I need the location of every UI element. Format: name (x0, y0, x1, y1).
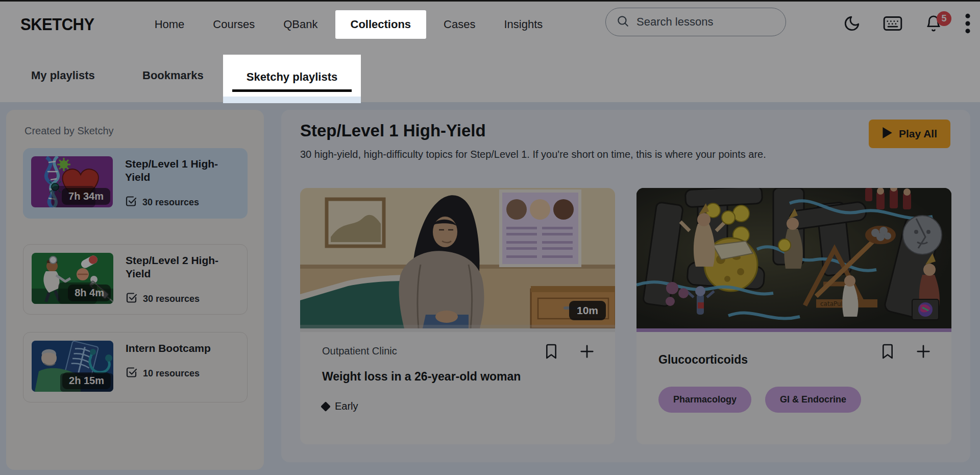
tab-sketchy-playlists-spotlight: Sketchy playlists (223, 55, 361, 103)
app-window: SKETCHY Home Courses QBank Collections C… (0, 0, 980, 475)
active-tab-underline (232, 89, 352, 92)
nav-item-collections[interactable]: Collections (336, 18, 426, 31)
tab-sketchy-playlists[interactable]: Sketchy playlists (223, 55, 361, 100)
nav-item-collections-spotlight: Collections (335, 10, 427, 39)
tour-dim-overlay (0, 0, 980, 475)
